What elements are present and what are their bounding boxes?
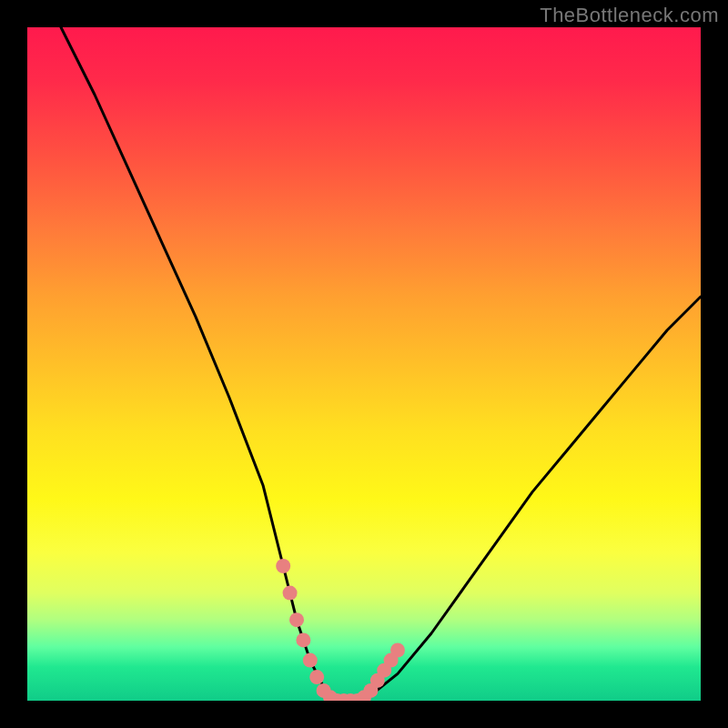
chart-svg (27, 27, 701, 701)
highlight-dot (303, 653, 318, 668)
highlight-dot (276, 559, 290, 573)
highlight-dot (309, 670, 324, 684)
highlight-dot (289, 612, 304, 627)
watermark-text: TheBottleneck.com (540, 4, 719, 27)
bottleneck-curve (61, 27, 701, 701)
highlight-group (276, 559, 405, 701)
highlight-dot (390, 643, 405, 658)
curve-group (61, 27, 701, 701)
chart-plot-area (27, 27, 701, 701)
highlight-dot (283, 586, 298, 601)
highlight-dot (296, 632, 310, 647)
